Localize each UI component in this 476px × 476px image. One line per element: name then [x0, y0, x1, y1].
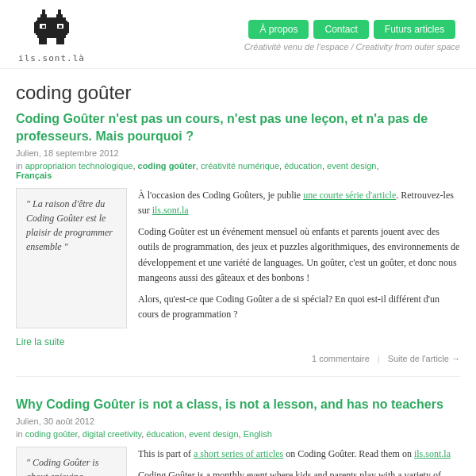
- article-2-para1: This is part of a short series of articl…: [138, 447, 460, 462]
- header: ils.sont.là À propos Contact Futurs arti…: [0, 0, 476, 69]
- article-2-body: " Coding Goûter is about enjoying progra…: [16, 447, 460, 476]
- svg-rect-11: [59, 25, 62, 28]
- svg-rect-14: [56, 38, 64, 44]
- logo-area: ils.sont.là: [16, 8, 87, 63]
- article-1-para2: Coding Goûter est un événement mensuel o…: [138, 225, 460, 286]
- nav-apropos-button[interactable]: À propos: [248, 20, 309, 39]
- svg-rect-7: [66, 22, 69, 33]
- article-1-stats: 1 commentaire | Suite de l'article →: [16, 354, 460, 363]
- svg-rect-10: [42, 25, 45, 28]
- page-title-area: coding goûter: [0, 69, 476, 110]
- tag-education[interactable]: éducation: [284, 161, 322, 171]
- tag-coding-gouter[interactable]: coding goûter: [138, 161, 196, 171]
- article-2-quote: " Coding Goûter is about enjoying progra…: [16, 447, 127, 476]
- svg-rect-13: [39, 38, 47, 44]
- article-2-text: This is part of a short series of articl…: [138, 447, 460, 476]
- article-2-meta: Julien, 30 août 2012: [16, 416, 460, 426]
- tag-appropriation[interactable]: appropriation technologique: [25, 161, 133, 171]
- tag-digital[interactable]: digital creetivity: [83, 429, 141, 439]
- tag-english[interactable]: English: [244, 429, 272, 439]
- tag-event-design-2[interactable]: event design: [189, 429, 238, 439]
- article-2-link2[interactable]: ils.sont.la: [414, 448, 451, 459]
- stats-divider: |: [378, 354, 380, 363]
- article-1-tags: in appropriation technologique, coding g…: [16, 161, 460, 180]
- article-2-title[interactable]: Why Coding Goûter is not a class, is not…: [16, 396, 460, 413]
- article-1-para3: Alors, qu'est-ce que Coding Goûter a de …: [138, 292, 460, 322]
- svg-rect-3: [56, 14, 63, 17]
- tag-creativite[interactable]: créativité numérique: [201, 161, 279, 171]
- article-2-para2: Coding Goûter is a monthly event where k…: [138, 468, 460, 476]
- tags-prefix-2: in: [16, 429, 25, 439]
- article-1-meta: Julien, 18 septembre 2012: [16, 148, 460, 158]
- tags-prefix: in: [16, 161, 25, 171]
- nav-futurs-button[interactable]: Futurs articles: [374, 20, 455, 39]
- article-1-quote: " La raison d'être du Coding Goûter est …: [16, 188, 127, 329]
- main-content: Coding Goûter n'est pas un cours, n'est …: [0, 110, 476, 476]
- nav-buttons: À propos Contact Futurs articles: [248, 20, 455, 39]
- logo-icon: [28, 8, 75, 52]
- tag-education-2[interactable]: éducation: [146, 429, 184, 439]
- article-1-title[interactable]: Coding Goûter n'est pas un cours, n'est …: [16, 110, 460, 146]
- article-1-body: " La raison d'être du Coding Goûter est …: [16, 188, 460, 329]
- article-1-link2[interactable]: ils.sont.la: [152, 205, 189, 216]
- article-1: Coding Goûter n'est pas un cours, n'est …: [16, 110, 460, 377]
- article-1-footer: Lire la suite: [16, 336, 460, 347]
- tagline: Créativité venu de l'espace / Creativity…: [244, 42, 460, 52]
- logo-text: ils.sont.là: [18, 53, 85, 63]
- article-1-read-more[interactable]: Lire la suite: [16, 336, 64, 347]
- nav-area: À propos Contact Futurs articles Créativ…: [244, 20, 460, 52]
- tag-coding-gouter-2[interactable]: coding goûter: [25, 429, 78, 439]
- article-2-tags: in coding goûter, digital creetivity, éd…: [16, 429, 460, 439]
- article-1-text: À l'occasion des Coding Goûters, je publ…: [138, 188, 460, 329]
- svg-rect-12: [37, 35, 66, 38]
- svg-rect-6: [34, 22, 37, 33]
- svg-rect-2: [40, 14, 47, 17]
- nav-contact-button[interactable]: Contact: [313, 20, 368, 39]
- page-title: coding goûter: [16, 82, 460, 104]
- article-2: Why Coding Goûter is not a class, is not…: [16, 396, 460, 476]
- tag-event-design[interactable]: event design: [327, 161, 376, 171]
- svg-rect-4: [37, 17, 66, 21]
- article-1-link1[interactable]: une courte série d'article: [303, 190, 396, 201]
- article-1-comments[interactable]: 1 commentaire: [312, 354, 370, 363]
- tag-francais[interactable]: Français: [16, 171, 52, 180]
- article-1-para1: À l'occasion des Coding Goûters, je publ…: [138, 188, 460, 218]
- article-2-link1[interactable]: a short series of articles: [194, 448, 283, 459]
- article-1-suite[interactable]: Suite de l'article →: [388, 354, 460, 363]
